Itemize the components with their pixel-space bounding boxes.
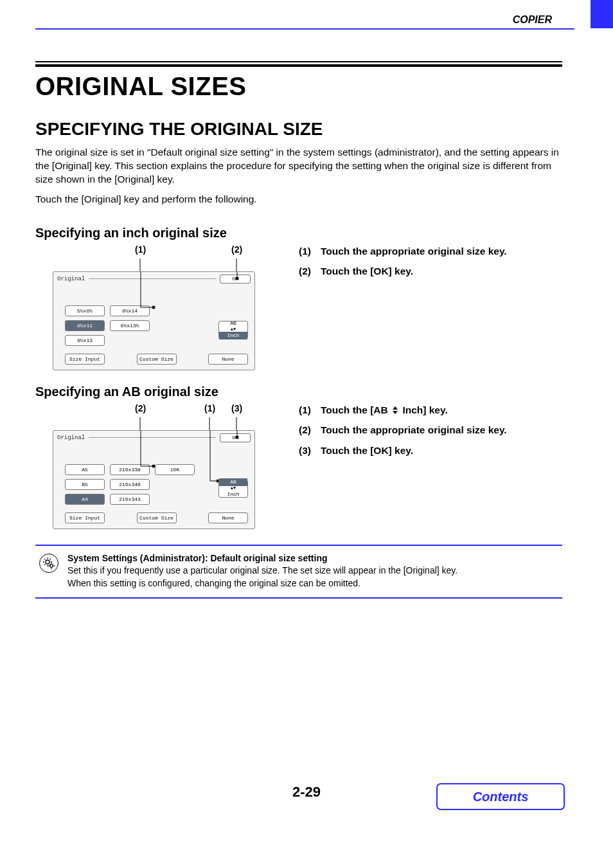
toggle-inch-label: Inch	[219, 491, 247, 498]
size-button[interactable]: 8½x13	[65, 335, 105, 346]
page-title: ORIGINAL SIZES	[35, 72, 562, 101]
title-rule-thin	[35, 61, 562, 62]
size-button-selected[interactable]: A4	[65, 494, 105, 505]
ab-leaders	[35, 417, 296, 430]
step-number: (2)	[299, 264, 321, 278]
size-input-button[interactable]: Size Input	[65, 512, 105, 523]
ab-panel: Original OK A5 B5 A4 216x330 216x340	[53, 430, 255, 529]
none-button[interactable]: None	[208, 512, 248, 523]
header-blue-tab	[591, 0, 613, 28]
step-text: Touch the [OK] key.	[321, 445, 413, 456]
callout-label: (2)	[231, 244, 242, 255]
inch-leaders	[35, 258, 296, 271]
panel-title-rule	[89, 437, 216, 438]
custom-size-button[interactable]: Custom Size	[137, 512, 177, 523]
page-subtitle: SPECIFYING THE ORIGINAL SIZE	[35, 119, 562, 140]
toggle-inch-label: Inch	[219, 332, 247, 339]
ab-heading: Specifying an AB original size	[35, 384, 562, 399]
step-number: (2)	[299, 423, 321, 437]
callout-label: (3)	[231, 403, 242, 413]
size-button[interactable]: A5	[65, 464, 105, 475]
step-item: (3)Touch the [OK] key.	[299, 444, 562, 458]
size-button[interactable]: 216x343	[110, 494, 150, 505]
svg-marker-18	[393, 406, 398, 410]
updown-arrows-icon: ▲▼	[231, 327, 236, 332]
size-button-selected[interactable]: 8½x11	[65, 320, 105, 331]
step-item: (2)Touch the appropriate original size k…	[299, 423, 562, 437]
svg-marker-19	[393, 411, 398, 414]
ok-button[interactable]: OK	[220, 275, 251, 284]
step-number: (3)	[299, 444, 321, 458]
size-button[interactable]: 16K	[155, 464, 195, 475]
svg-point-21	[50, 564, 53, 567]
svg-point-20	[46, 560, 49, 564]
intro-paragraph: The original size is set in "Default ori…	[35, 146, 562, 186]
step-text-post: Inch] key.	[402, 404, 447, 415]
panel-title: Original	[57, 435, 85, 441]
step-text-pre: Touch the [AB	[321, 404, 388, 415]
gear-icon	[39, 554, 58, 573]
header-section: COPIER	[513, 14, 552, 26]
ab-callouts: (2) (1) (3)	[35, 403, 296, 417]
size-button[interactable]: B5	[65, 479, 105, 490]
updown-arrows-icon	[391, 406, 400, 415]
step-text: Touch the [OK] key.	[321, 266, 413, 276]
step-item: (2)Touch the [OK] key.	[299, 264, 562, 278]
contents-button[interactable]: Contents	[436, 783, 565, 810]
title-rule-thick	[35, 64, 562, 67]
size-button[interactable]: 216x330	[110, 464, 150, 475]
note-box: System Settings (Administrator): Default…	[35, 545, 562, 599]
step-text: Touch the appropriate original size key.	[321, 246, 507, 257]
step-number: (1)	[299, 244, 321, 258]
note-line: Set this if you frequently use a particu…	[67, 565, 458, 577]
none-button[interactable]: None	[208, 354, 248, 365]
inch-callouts: (1) (2)	[35, 244, 296, 258]
ok-button[interactable]: OK	[220, 433, 251, 442]
size-button[interactable]: 216x340	[110, 479, 150, 490]
header-rule	[35, 28, 574, 30]
note-title: System Settings (Administrator): Default…	[67, 552, 458, 565]
step-item: (1)Touch the [AB Inch] key.	[299, 403, 562, 417]
intro-paragraph-2: Touch the [Original] key and perform the…	[35, 193, 562, 206]
step-text: Touch the appropriate original size key.	[321, 424, 507, 435]
size-button[interactable]: 8½x13½	[110, 320, 150, 331]
note-text: System Settings (Administrator): Default…	[67, 552, 458, 590]
callout-label: (1)	[135, 244, 146, 255]
panel-title: Original	[57, 276, 85, 282]
custom-size-button[interactable]: Custom Size	[137, 354, 177, 365]
size-button[interactable]: 8½x14	[110, 305, 150, 316]
ab-inch-toggle[interactable]: AB ▲▼ Inch	[218, 321, 248, 339]
callout-label: (1)	[204, 403, 215, 413]
updown-arrows-icon: ▲▼	[231, 486, 236, 491]
note-line: When this setting is configured, changin…	[67, 577, 458, 590]
panel-title-rule	[89, 278, 216, 279]
ab-inch-toggle[interactable]: AB ▲▼ Inch	[218, 480, 248, 498]
size-button[interactable]: 5½x8½	[65, 305, 105, 316]
step-number: (1)	[299, 403, 321, 417]
size-input-button[interactable]: Size Input	[65, 354, 105, 365]
inch-panel: Original OK 5½x8½ 8½x11 8½x13 8½x14 8½x1…	[53, 271, 255, 370]
inch-heading: Specifying an inch original size	[35, 226, 562, 240]
callout-label: (2)	[135, 403, 146, 413]
step-item: (1)Touch the appropriate original size k…	[299, 244, 562, 258]
